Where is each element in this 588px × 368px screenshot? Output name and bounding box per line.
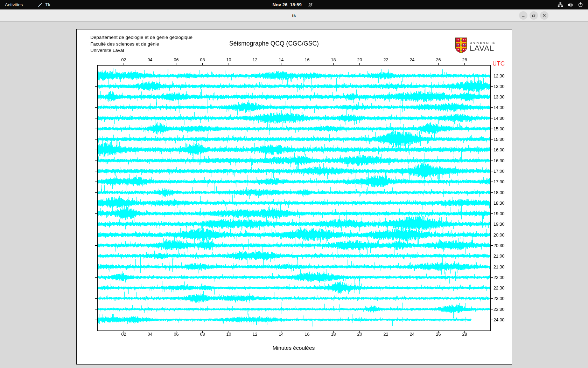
trace-time-label: 21:30 (493, 264, 504, 270)
x-tick-label-top: 10 (224, 57, 233, 63)
x-tick-label-bottom: 28 (460, 332, 469, 337)
trace-time-label: 20:30 (493, 243, 504, 248)
app-indicator-label: Tk (45, 2, 50, 7)
x-tick-label-bottom: 14 (277, 332, 286, 337)
trace-time-label: 16:30 (493, 158, 504, 164)
system-status-area[interactable] (558, 0, 583, 9)
x-tick-label-top: 24 (408, 57, 417, 63)
trace-time-label: 17:30 (493, 179, 504, 185)
trace-time-label: 13:00 (493, 84, 504, 89)
x-tick-label-top: 26 (434, 57, 443, 63)
clock-text[interactable]: Nov 26 18:59 (273, 2, 302, 7)
x-tick-label-bottom: 20 (355, 332, 364, 337)
x-tick-label-top: 04 (146, 57, 155, 63)
trace-time-label: 15:00 (493, 126, 504, 132)
x-tick-label-top: 28 (460, 57, 469, 63)
x-tick-label-top: 12 (251, 57, 260, 63)
laval-shield-icon (455, 37, 468, 55)
x-tick-label-bottom: 12 (251, 332, 260, 337)
trace-time-label: 19:30 (493, 222, 504, 227)
gnome-top-bar: Activities Tk Nov 26 18:59 (0, 0, 588, 9)
x-tick-label-top: 22 (382, 57, 391, 63)
institution-line-1: Département de géologie et de génie géol… (90, 34, 192, 41)
x-tick-label-top: 02 (119, 57, 128, 63)
trace-time-label: 24:00 (493, 317, 504, 323)
x-axis-title: Minutes écoulées (273, 345, 315, 351)
window-titlebar[interactable]: tk (0, 9, 588, 22)
trace-time-label: 22:00 (493, 275, 504, 280)
app-indicator-tk[interactable]: Tk (37, 2, 50, 7)
trace-time-label: 21:00 (493, 253, 504, 259)
trace-time-label: 18:30 (493, 200, 504, 206)
institution-header: Département de géologie et de génie géol… (90, 34, 192, 54)
x-tick-label-top: 14 (277, 57, 286, 63)
trace-time-label: 23:30 (493, 307, 504, 312)
close-icon (542, 13, 546, 18)
x-tick-label-bottom: 06 (172, 332, 181, 337)
x-tick-label-top: 08 (198, 57, 207, 63)
network-wired-icon (558, 2, 563, 7)
trace-time-label: 17:00 (493, 169, 504, 174)
trace-time-label: 15:30 (493, 137, 504, 142)
x-tick-label-bottom: 10 (224, 332, 233, 337)
trace-time-label: 14:30 (493, 116, 504, 121)
window-content: Département de géologie et de génie géol… (0, 22, 588, 368)
trace-time-label: 16:00 (493, 147, 504, 153)
x-tick-label-bottom: 04 (146, 332, 155, 337)
x-tick-label-bottom: 18 (329, 332, 338, 337)
x-tick-label-top: 16 (303, 57, 312, 63)
trace-time-label: 19:00 (493, 211, 504, 217)
institution-line-3: Université Laval (90, 47, 192, 54)
trace-time-label: 22:30 (493, 285, 504, 291)
seismogram-plot-canvas (77, 29, 512, 364)
universite-laval-logo: UNIVERSITÉ LAVAL (455, 37, 495, 55)
x-tick-label-bottom: 02 (119, 332, 128, 337)
minimize-icon (521, 13, 525, 18)
x-tick-label-top: 18 (329, 57, 338, 63)
trace-time-label: 23:00 (493, 296, 504, 301)
minimize-button[interactable] (519, 11, 527, 20)
window-title: tk (0, 9, 588, 22)
laval-wordmark-bottom: LAVAL (470, 45, 495, 52)
x-tick-label-bottom: 26 (434, 332, 443, 337)
trace-time-label: 14:00 (493, 105, 504, 110)
laval-wordmark: UNIVERSITÉ LAVAL (470, 41, 495, 52)
clock-area: Nov 26 18:59 (0, 0, 588, 9)
trace-time-label: 20:00 (493, 232, 504, 238)
x-tick-label-bottom: 08 (198, 332, 207, 337)
tk-feather-icon (37, 2, 43, 7)
x-tick-label-bottom: 22 (382, 332, 391, 337)
restore-button[interactable] (530, 11, 538, 20)
trace-time-label: 13:30 (493, 94, 504, 100)
plot-title: Séismographe QCQ (CGC/GSC) (229, 40, 319, 47)
close-button[interactable] (540, 11, 548, 20)
restore-icon (532, 13, 536, 18)
x-tick-label-top: 06 (172, 57, 181, 63)
volume-icon (568, 2, 573, 7)
seismograph-document: Département de géologie et de génie géol… (76, 29, 512, 364)
x-tick-label-top: 20 (355, 57, 364, 63)
trace-time-label: 18:00 (493, 190, 504, 196)
trace-time-label: 12:30 (493, 73, 504, 79)
activities-button[interactable]: Activities (0, 0, 28, 9)
x-tick-label-bottom: 24 (408, 332, 417, 337)
utc-axis-label: UTC (492, 60, 505, 67)
activities-label: Activities (5, 2, 23, 7)
power-icon (578, 2, 583, 7)
x-tick-label-bottom: 16 (303, 332, 312, 337)
institution-line-2: Faculté des sciences et de génie (90, 41, 192, 48)
